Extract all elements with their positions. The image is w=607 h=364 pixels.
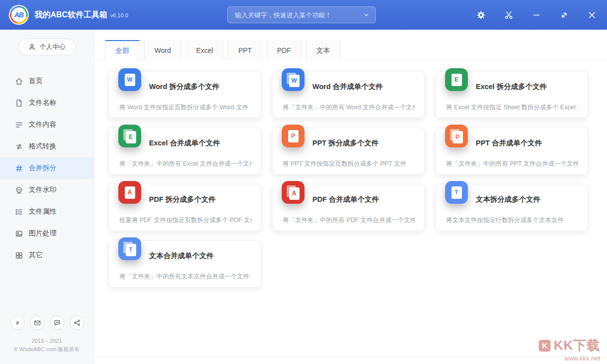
- document-icon: E: [126, 131, 136, 143]
- sidebar-item-watermark[interactable]: 文件水印: [0, 179, 94, 201]
- sidebar-item-label: 文件属性: [29, 207, 56, 216]
- card-title: PDF 合并成单个文件: [312, 195, 415, 204]
- search-box[interactable]: [227, 6, 376, 23]
- sidebar-item-label: 合并拆分: [29, 164, 56, 173]
- browser-link[interactable]: e: [10, 316, 25, 330]
- chat-icon: [53, 319, 61, 326]
- card-word-split[interactable]: W Word 拆分成多个文件 将 Word 文件按指定页数拆分成多个 Word …: [109, 71, 261, 118]
- sidebar-item-label: 首页: [29, 77, 43, 86]
- tab-pdf[interactable]: PDF: [267, 40, 302, 60]
- document-icon: E: [452, 74, 462, 86]
- main-content: 全部 Word Excel PPT PDF 文本 W Word 拆分成多个文件 …: [94, 30, 607, 364]
- tabbar: 全部 Word Excel PPT PDF 文本: [94, 30, 607, 60]
- sidebar-footer: 2013 – 2021 © WodeABC.com 版权所有: [0, 337, 94, 359]
- merge-split-icon: [15, 164, 23, 173]
- excel-split-icon: E: [445, 68, 468, 91]
- card-ppt-split[interactable]: P PPT 拆分成多个文件 将 PPT 文件按指定页数拆分成多个 PPT 文件: [272, 128, 424, 175]
- tools-button[interactable]: [503, 9, 514, 20]
- sidebar-item-merge-split[interactable]: 合并拆分: [0, 157, 94, 179]
- profile-button[interactable]: 个人中心: [18, 39, 76, 55]
- file-content-icon: [15, 121, 23, 129]
- ppt-split-icon: P: [282, 125, 304, 147]
- ppt-merge-icon: P: [445, 125, 468, 147]
- card-title: PDF 拆分成多个文件: [149, 195, 252, 204]
- card-excel-merge[interactable]: E Excel 合并成单个文件 将「文件夹」中的所有 Excel 文件合并成一个…: [109, 128, 261, 175]
- format-convert-icon: [15, 142, 23, 151]
- sidebar-item-home[interactable]: 首页: [0, 70, 94, 92]
- pdf-merge-icon: A: [282, 181, 304, 204]
- share-link[interactable]: [70, 316, 84, 330]
- sidebar-item-other[interactable]: 其它: [0, 244, 94, 266]
- search-input[interactable]: [235, 11, 362, 19]
- tab-excel[interactable]: Excel: [186, 40, 223, 60]
- minimize-button[interactable]: [531, 9, 542, 20]
- card-desc: 将「文件夹」中的所有文本文件合并成一个文件，也: [119, 273, 252, 281]
- card-title: Word 合并成单个文件: [312, 82, 415, 91]
- chevron-down-icon[interactable]: [362, 11, 370, 19]
- chat-link[interactable]: [50, 316, 64, 330]
- card-title: Excel 合并成单个文件: [149, 138, 252, 148]
- sidebar-item-format-convert[interactable]: 格式转换: [0, 136, 94, 157]
- card-desc: 将 Excel 文件按指定 Sheet 数拆分成多个 Excel 文件: [446, 103, 578, 112]
- file-icon: [15, 99, 23, 107]
- text-merge-icon: T: [118, 237, 141, 260]
- card-ppt-merge[interactable]: P PPT 合并成单个文件 将「文件夹」中的所有 PPT 文件合并成一个文件，也: [436, 128, 588, 175]
- user-icon: [28, 44, 36, 51]
- document-icon: P: [453, 131, 463, 143]
- excel-merge-icon: E: [118, 125, 141, 147]
- gear-icon: [476, 10, 486, 20]
- image-icon: [15, 229, 23, 238]
- app-logo-text: AB: [14, 11, 23, 19]
- window-body: 个人中心 首页 文件名称 文件内容 格式转换: [0, 30, 607, 364]
- settings-button[interactable]: [475, 9, 486, 20]
- word-split-icon: W: [118, 68, 141, 91]
- word-merge-icon: W: [282, 68, 304, 91]
- resize-icon: [559, 10, 569, 20]
- card-title: Excel 拆分成多个文件: [476, 82, 578, 91]
- tab-text[interactable]: 文本: [306, 40, 341, 60]
- tab-word[interactable]: Word: [144, 40, 181, 60]
- home-icon: [15, 77, 23, 86]
- resize-button[interactable]: [558, 9, 569, 20]
- watermark-icon: [15, 186, 23, 194]
- app-logo: AB: [9, 5, 29, 25]
- sidebar-nav: 首页 文件名称 文件内容 格式转换 合并拆分: [0, 70, 94, 266]
- file-properties-icon: [15, 208, 23, 216]
- card-pdf-split[interactable]: A PDF 拆分成多个文件 批量将 PDF 文件按指定页数拆分成多个 PDF 文…: [109, 184, 261, 231]
- copyright-text: © WodeABC.com 版权所有: [0, 345, 94, 354]
- titlebar: AB 我的ABC软件工具箱 v6.10.0: [0, 0, 607, 30]
- sidebar-item-label: 文件内容: [29, 120, 56, 129]
- grid-icon: [15, 251, 23, 260]
- tab-all[interactable]: 全部: [105, 40, 140, 60]
- card-pdf-merge[interactable]: A PDF 合并成单个文件 将「文件夹」中的所有 PDF 文件合并成一个文件，也: [272, 184, 424, 231]
- card-title: Word 拆分成多个文件: [149, 82, 252, 91]
- document-icon: P: [288, 130, 299, 142]
- card-title: 文本拆分成多个文件: [476, 195, 578, 204]
- document-icon: A: [289, 187, 300, 200]
- card-word-merge[interactable]: W Word 合并成单个文件 将「文件夹」中的所有 Word 文件合并成一个文件…: [272, 71, 424, 118]
- feature-card-grid: W Word 拆分成多个文件 将 Word 文件按指定页数拆分成多个 Word …: [94, 60, 607, 287]
- sidebar-item-label: 图片处理: [29, 229, 56, 238]
- document-icon: T: [452, 186, 462, 199]
- card-text-split[interactable]: T 文本拆分成多个文件 将文本文件按指定行数拆分成多个文本文件: [436, 184, 588, 231]
- title-group: 我的ABC软件工具箱 v6.10.0: [35, 10, 128, 20]
- sidebar-item-file-name[interactable]: 文件名称: [0, 92, 94, 114]
- mail-link[interactable]: [30, 316, 45, 330]
- card-text-merge[interactable]: T 文本合并成单个文件 将「文件夹」中的所有文本文件合并成一个文件，也: [109, 240, 261, 287]
- share-icon: [73, 319, 81, 326]
- app-title: 我的ABC软件工具箱: [35, 10, 107, 20]
- card-desc: 将「文件夹」中的所有 PPT 文件合并成一个文件，也: [446, 160, 578, 168]
- card-excel-split[interactable]: E Excel 拆分成多个文件 将 Excel 文件按指定 Sheet 数拆分成…: [436, 71, 588, 118]
- tab-ppt[interactable]: PPT: [228, 40, 262, 60]
- document-icon: W: [125, 74, 135, 86]
- sidebar-item-file-content[interactable]: 文件内容: [0, 114, 94, 136]
- sidebar-item-image-process[interactable]: 图片处理: [0, 223, 94, 244]
- sidebar-item-label: 格式转换: [29, 142, 56, 151]
- minimize-icon: [532, 10, 541, 20]
- card-desc: 将「文件夹」中的所有 PDF 文件合并成一个文件，也: [283, 216, 415, 225]
- svg-text:e: e: [16, 319, 19, 325]
- card-desc: 将文本文件按指定行数拆分成多个文本文件: [446, 216, 578, 225]
- sidebar-item-file-properties[interactable]: 文件属性: [0, 201, 94, 223]
- close-button[interactable]: [586, 9, 597, 20]
- text-split-icon: T: [445, 181, 468, 204]
